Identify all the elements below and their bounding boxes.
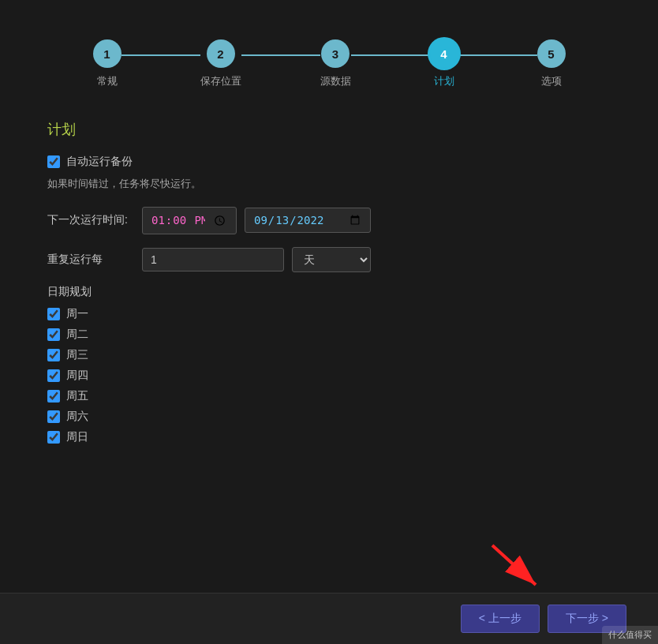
step-1: 1 常规: [93, 39, 122, 88]
step-line-1: [122, 54, 200, 56]
main-container: 1 常规 2 保存位置 3 源数据 4 计划 5 选项 计划 自动运行备份 如果…: [0, 0, 658, 523]
info-text: 如果时间错过，任务将尽快运行。: [47, 177, 611, 191]
label-thursday: 周四: [66, 369, 88, 383]
step-1-circle: 1: [93, 39, 122, 68]
svg-line-1: [492, 545, 536, 585]
checkbox-saturday[interactable]: [47, 410, 60, 423]
step-1-label: 常规: [97, 74, 118, 88]
step-2-label: 保存位置: [200, 74, 241, 88]
step-4-label: 计划: [434, 74, 454, 88]
section-title: 计划: [47, 120, 611, 139]
watermark: 什么值得买: [602, 626, 658, 644]
step-line-3: [351, 54, 430, 56]
bottom-bar: < 上一步 下一步 >: [0, 593, 658, 644]
checkbox-sunday[interactable]: [47, 431, 60, 444]
day-item-saturday: 周六: [47, 410, 611, 424]
prev-button[interactable]: < 上一步: [461, 605, 540, 633]
auto-backup-checkbox[interactable]: [47, 155, 60, 168]
label-wednesday: 周三: [66, 348, 88, 362]
day-item-friday: 周五: [47, 389, 611, 403]
day-item-wednesday: 周三: [47, 348, 611, 362]
checkbox-tuesday[interactable]: [47, 328, 60, 341]
step-line-2: [241, 54, 320, 56]
next-run-label: 下一次运行时间:: [47, 213, 142, 227]
day-item-sunday: 周日: [47, 430, 611, 444]
checkbox-friday[interactable]: [47, 390, 60, 402]
label-monday: 周一: [66, 307, 88, 321]
step-2: 2 保存位置: [200, 39, 241, 88]
step-3-label: 源数据: [320, 74, 351, 88]
checkbox-wednesday[interactable]: [47, 349, 60, 361]
next-run-row: 下一次运行时间:: [47, 207, 611, 234]
day-item-tuesday: 周二: [47, 328, 611, 342]
repeat-row: 重复运行每 天 周 月: [47, 247, 611, 272]
label-friday: 周五: [66, 389, 88, 403]
auto-backup-row: 自动运行备份: [47, 155, 611, 169]
step-2-circle: 2: [207, 39, 235, 68]
red-arrow-icon: [484, 537, 548, 601]
repeat-number-input[interactable]: [142, 248, 284, 271]
step-3: 3 源数据: [320, 39, 351, 88]
step-4-circle: 4: [430, 39, 458, 68]
watermark-text: 什么值得买: [608, 630, 652, 639]
day-schedule: 日期规划 周一 周二 周三 周四 周五 周六 周日: [47, 285, 611, 444]
label-saturday: 周六: [66, 410, 88, 424]
step-line-4: [458, 54, 537, 56]
time-input[interactable]: [142, 207, 237, 234]
checkbox-thursday[interactable]: [47, 369, 60, 382]
step-5: 5 选项: [537, 39, 566, 88]
step-5-circle: 5: [537, 39, 566, 68]
label-sunday: 周日: [66, 430, 88, 444]
day-item-monday: 周一: [47, 307, 611, 321]
day-schedule-label: 日期规划: [47, 285, 611, 299]
step-5-label: 选项: [541, 74, 562, 88]
step-4: 4 计划: [430, 39, 458, 88]
unit-select[interactable]: 天 周 月: [292, 247, 371, 272]
repeat-label: 重复运行每: [47, 253, 142, 267]
auto-backup-label: 自动运行备份: [66, 155, 133, 169]
date-input[interactable]: [245, 208, 371, 233]
checkbox-monday[interactable]: [47, 308, 60, 320]
label-tuesday: 周二: [66, 328, 88, 342]
stepper: 1 常规 2 保存位置 3 源数据 4 计划 5 选项: [47, 24, 611, 88]
day-item-thursday: 周四: [47, 369, 611, 383]
step-3-circle: 3: [321, 39, 350, 68]
